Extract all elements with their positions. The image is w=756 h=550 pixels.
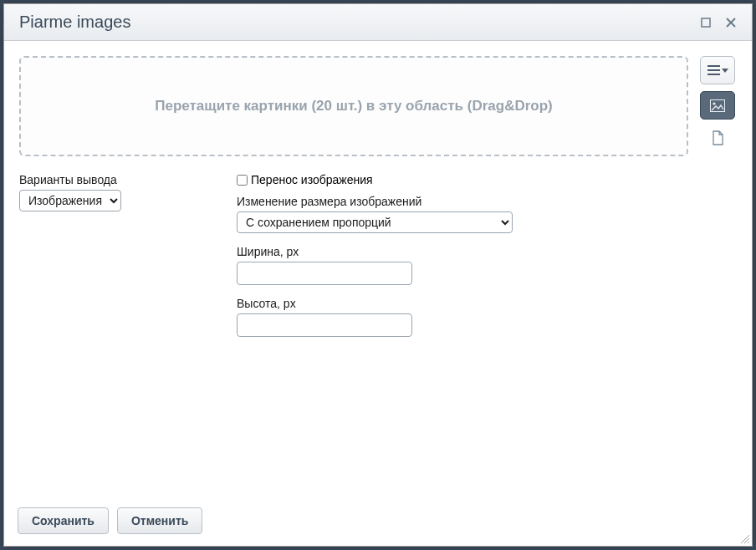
dropzone[interactable]: Перетащите картинки (20 шт.) в эту облас…: [19, 56, 688, 156]
svg-rect-0: [702, 18, 710, 27]
maximize-button[interactable]: [697, 13, 715, 32]
menu-button[interactable]: [700, 56, 735, 84]
width-input[interactable]: [237, 262, 412, 285]
resize-grip-icon: [738, 532, 750, 544]
file-mode-button[interactable]: [700, 126, 735, 150]
variants-select[interactable]: Изображения: [19, 190, 121, 211]
svg-point-4: [713, 102, 715, 104]
height-input[interactable]: [237, 313, 412, 337]
width-label: Ширина, px: [237, 245, 513, 258]
content-area: Перетащите картинки (20 шт.) в эту облас…: [4, 41, 752, 498]
footer: Сохранить Отменить: [4, 498, 752, 546]
dialog-window: Piarme images Перетащите картинки (20 шт…: [3, 3, 753, 547]
resize-grip[interactable]: [738, 532, 750, 544]
variants-label: Варианты вывода: [19, 173, 170, 186]
chevron-down-icon: [722, 69, 728, 73]
wrap-checkbox-label: Перенос изображения: [251, 173, 373, 186]
wrap-checkbox[interactable]: [237, 175, 248, 186]
svg-line-7: [748, 542, 749, 543]
close-button[interactable]: [722, 13, 740, 32]
titlebar: Piarme images: [4, 4, 752, 41]
save-button[interactable]: Сохранить: [18, 507, 109, 534]
hamburger-icon: [707, 65, 720, 75]
height-label: Высота, px: [237, 297, 513, 310]
image-icon: [710, 99, 725, 112]
resize-label: Изменение размера изображений: [237, 195, 513, 208]
resize-select[interactable]: С сохранением пропорций: [237, 211, 513, 233]
close-icon: [726, 18, 736, 28]
image-mode-button[interactable]: [700, 91, 735, 120]
maximize-icon: [701, 18, 711, 28]
file-icon: [712, 130, 724, 145]
cancel-button[interactable]: Отменить: [117, 507, 202, 534]
window-title: Piarme images: [19, 13, 690, 32]
dropzone-text: Перетащите картинки (20 шт.) в эту облас…: [155, 98, 553, 115]
side-toolbar: [698, 56, 737, 150]
